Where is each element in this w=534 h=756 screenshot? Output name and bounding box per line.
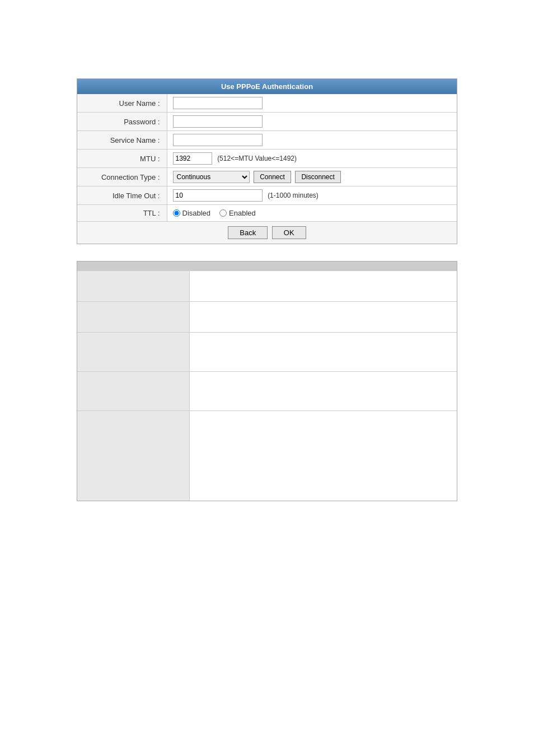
lower-row-2-label bbox=[77, 302, 189, 333]
pppoe-table: User Name : Password : Service Name : MT… bbox=[77, 94, 457, 221]
connection-type-select[interactable]: Continuous Connect on Demand Manual bbox=[173, 171, 250, 183]
pppoe-form: Use PPPoE Authentication User Name : Pas… bbox=[77, 78, 457, 244]
idle-timeout-row: Idle Time Out : (1-1000 minutes) bbox=[77, 186, 457, 205]
ttl-enabled-radio[interactable] bbox=[219, 209, 227, 217]
lower-row-5-label bbox=[77, 411, 189, 501]
connection-type-row: Connection Type : Continuous Connect on … bbox=[77, 168, 457, 186]
ttl-disabled-label: Disabled bbox=[182, 209, 211, 217]
ttl-label: TTL : bbox=[77, 205, 167, 222]
lower-row-2-value bbox=[189, 302, 457, 333]
service-name-value-cell bbox=[167, 131, 457, 150]
ttl-disabled-option[interactable]: Disabled bbox=[173, 209, 211, 217]
username-value-cell bbox=[167, 94, 457, 113]
lower-row-3 bbox=[77, 333, 457, 372]
ttl-radio-group: Disabled Enabled bbox=[173, 209, 452, 217]
service-name-label: Service Name : bbox=[77, 131, 167, 150]
pppoe-title: Use PPPoE Authentication bbox=[77, 79, 457, 94]
lower-row-2 bbox=[77, 302, 457, 333]
lower-table bbox=[77, 262, 457, 501]
ttl-row: TTL : Disabled Enabled bbox=[77, 205, 457, 222]
lower-row-1 bbox=[77, 271, 457, 302]
ok-button[interactable]: OK bbox=[272, 226, 306, 239]
mtu-row: MTU : (512<=MTU Value<=1492) bbox=[77, 150, 457, 168]
username-label: User Name : bbox=[77, 94, 167, 113]
disconnect-button[interactable]: Disconnect bbox=[295, 171, 340, 183]
service-name-row: Service Name : bbox=[77, 131, 457, 150]
ttl-value-cell: Disabled Enabled bbox=[167, 205, 457, 222]
password-input[interactable] bbox=[173, 115, 263, 128]
button-row: Back OK bbox=[77, 221, 457, 244]
password-label: Password : bbox=[77, 113, 167, 131]
lower-row-4 bbox=[77, 372, 457, 411]
lower-row-1-label bbox=[77, 271, 189, 302]
password-value-cell bbox=[167, 113, 457, 131]
connection-type-value-cell: Continuous Connect on Demand Manual Conn… bbox=[167, 168, 457, 186]
mtu-hint: (512<=MTU Value<=1492) bbox=[217, 155, 297, 162]
connection-type-label: Connection Type : bbox=[77, 168, 167, 186]
lower-row-4-label bbox=[77, 372, 189, 411]
lower-row-3-value bbox=[189, 333, 457, 372]
ttl-disabled-radio[interactable] bbox=[173, 209, 180, 217]
mtu-input[interactable] bbox=[173, 152, 212, 165]
username-row: User Name : bbox=[77, 94, 457, 113]
lower-header-row bbox=[77, 262, 457, 271]
back-button[interactable]: Back bbox=[228, 226, 268, 239]
idle-timeout-hint: (1-1000 minutes) bbox=[268, 192, 318, 199]
lower-row-3-label bbox=[77, 333, 189, 372]
service-name-input[interactable] bbox=[173, 134, 263, 146]
lower-table-container bbox=[77, 261, 457, 501]
lower-row-5 bbox=[77, 411, 457, 501]
idle-timeout-input[interactable] bbox=[173, 189, 263, 202]
password-row: Password : bbox=[77, 113, 457, 131]
mtu-value-cell: (512<=MTU Value<=1492) bbox=[167, 150, 457, 168]
ttl-enabled-label: Enabled bbox=[229, 209, 256, 217]
lower-header-col1 bbox=[77, 262, 189, 271]
lower-row-4-value bbox=[189, 372, 457, 411]
connect-button[interactable]: Connect bbox=[254, 171, 291, 183]
ttl-enabled-option[interactable]: Enabled bbox=[219, 209, 256, 217]
idle-timeout-value-cell: (1-1000 minutes) bbox=[167, 186, 457, 205]
lower-row-5-value bbox=[189, 411, 457, 501]
lower-header-col2 bbox=[189, 262, 457, 271]
idle-timeout-label: Idle Time Out : bbox=[77, 186, 167, 205]
username-input[interactable] bbox=[173, 97, 263, 109]
mtu-label: MTU : bbox=[77, 150, 167, 168]
lower-row-1-value bbox=[189, 271, 457, 302]
